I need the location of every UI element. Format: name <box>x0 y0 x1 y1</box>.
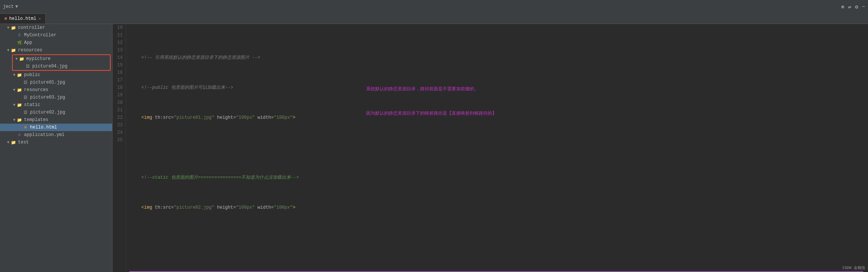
folder-icon: 📁 <box>11 47 17 53</box>
folder-label: controller <box>18 25 45 30</box>
file-label: App <box>24 40 32 45</box>
minus-icon[interactable]: − <box>862 4 865 10</box>
file-tree: ▼ 📁 controller C MyController 🌿 App ▼ 📁 … <box>0 24 113 272</box>
spring-icon: 🌿 <box>17 40 23 46</box>
code-line-13 <box>131 144 863 151</box>
code-line-14: <!--static 包里面的图片================不知道为什么没… <box>131 174 863 181</box>
sidebar-item-public[interactable]: ▼ 📁 public <box>0 71 112 79</box>
sidebar-item-picture01[interactable]: 🖼 picture01.jpg <box>0 79 112 86</box>
file-label: hello.html <box>30 125 57 130</box>
folder-label: mypicture <box>26 56 51 61</box>
line-numbers: 10 11 12 13 14 15 16 17 18 19 20 21 22 2… <box>113 24 126 272</box>
project-name: ject <box>3 4 14 9</box>
arrow-icon: ▼ <box>6 140 11 145</box>
folder-icon: 📁 <box>17 102 23 108</box>
annotation-purple-line2: 因为默认的静态资源目录下的映射路径是【直接映射到根路径的】 <box>366 109 497 118</box>
file-label: MyController <box>24 33 56 38</box>
main-layout: ▼ 📁 controller C MyController 🌿 App ▼ 📁 … <box>0 24 868 272</box>
file-label: picture01.jpg <box>30 80 65 85</box>
folder-label: resources <box>24 87 48 93</box>
dropdown-arrow[interactable]: ▼ <box>15 4 18 9</box>
arrow-icon: ▼ <box>12 118 17 122</box>
sidebar-item-applicationyml[interactable]: ⚙ application.yml <box>0 131 112 139</box>
folder-label: resources <box>18 48 42 53</box>
file-label: picture03.jpg <box>30 95 65 100</box>
editor-content: 10 11 12 13 14 15 16 17 18 19 20 21 22 2… <box>113 24 868 272</box>
image-icon: 🖼 <box>23 109 29 115</box>
arrow-icon: ▼ <box>6 48 11 52</box>
sidebar-item-resources2[interactable]: ▼ 📁 resources <box>0 86 112 94</box>
annotation-purple-text: 系统默认的静态资源目录，路径前面是不需要加前缀的。 因为默认的静态资源目录下的映… <box>366 69 497 134</box>
code-line-11: <!--public 包里面的图片可以加载出来--> <box>131 84 863 91</box>
code-line-16 <box>131 234 863 241</box>
folder-icon: 📁 <box>11 25 17 31</box>
folder-icon: 📁 <box>17 117 23 123</box>
top-bar-icons: ⊕ ⇌ ⚙ − <box>841 4 865 10</box>
yaml-icon: ⚙ <box>17 132 23 138</box>
tab-bar: H hello.html ✕ <box>0 13 868 24</box>
sidebar-item-templates[interactable]: ▼ 📁 templates <box>0 116 112 124</box>
sidebar-item-static[interactable]: ▼ 📁 static <box>0 101 112 109</box>
html-file-icon: H <box>5 16 7 21</box>
sidebar-item-hello-html[interactable]: H hello.html <box>0 124 112 131</box>
arrow-icon: ▼ <box>14 57 19 61</box>
arrow-icon: ▼ <box>6 26 11 30</box>
folder-label: templates <box>24 117 48 123</box>
code-line-10: <!-- 引用系统默认的静态资源目录下的静态资源图片 --> <box>131 54 863 61</box>
mypicture-highlight-box: ▼ 📁 mypicture 🖼 picture04.jpg <box>12 54 111 71</box>
sidebar-item-resources[interactable]: ▼ 📁 resources <box>0 46 112 54</box>
arrow-icon: ▼ <box>12 103 17 107</box>
file-label: application.yml <box>24 132 65 137</box>
java-icon: C <box>17 32 23 38</box>
folder-icon: 📁 <box>11 139 17 145</box>
code-area[interactable]: <!-- 引用系统默认的静态资源目录下的静态资源图片 --> <!--publi… <box>126 24 868 272</box>
gear-icon[interactable]: ⚙ <box>855 4 858 10</box>
code-line-15: <img th:src="picture02.jpg" height="100p… <box>131 204 863 211</box>
sidebar-item-picture03[interactable]: 🖼 picture03.jpg <box>0 94 112 101</box>
tab-label: hello.html <box>9 16 36 21</box>
sidebar-item-mypicture[interactable]: ▼ 📁 mypicture <box>13 55 110 63</box>
top-bar: ject ▼ ⊕ ⇌ ⚙ − <box>0 0 868 13</box>
watermark: CSDN 金额指 <box>842 265 865 271</box>
image-icon: 🖼 <box>23 94 29 100</box>
tab-hello-html[interactable]: H hello.html ✕ <box>0 13 46 24</box>
file-label: picture04.jpg <box>32 64 68 69</box>
image-icon: 🖼 <box>23 79 29 85</box>
sidebar-item-controller[interactable]: ▼ 📁 controller <box>0 24 112 31</box>
folder-label: test <box>18 140 29 145</box>
sidebar-item-mycontroller[interactable]: C MyController <box>0 31 112 39</box>
image-icon: 🖼 <box>25 63 31 69</box>
globe-icon[interactable]: ⊕ <box>841 4 844 10</box>
sidebar-item-app[interactable]: 🌿 App <box>0 39 112 46</box>
project-label: ject ▼ <box>3 4 18 9</box>
folder-icon: 📁 <box>19 56 25 62</box>
html-file-icon: H <box>23 124 29 130</box>
folder-label: static <box>24 102 40 108</box>
arrows-icon[interactable]: ⇌ <box>848 4 851 10</box>
tab-close-button[interactable]: ✕ <box>39 16 41 21</box>
editor: 10 11 12 13 14 15 16 17 18 19 20 21 22 2… <box>113 24 868 272</box>
sidebar-item-picture02[interactable]: 🖼 picture02.jpg <box>0 109 112 116</box>
arrow-icon: ▼ <box>12 73 17 77</box>
folder-icon: 📁 <box>17 72 23 78</box>
folder-icon: 📁 <box>17 87 23 93</box>
folder-label: public <box>24 72 40 78</box>
sidebar-item-picture04[interactable]: 🖼 picture04.jpg <box>13 63 110 70</box>
code-line-12: <img th:src="picture01.jpg" height="100p… <box>131 114 863 121</box>
file-label: picture02.jpg <box>30 110 65 115</box>
sidebar-item-test[interactable]: ▼ 📁 test <box>0 139 112 146</box>
arrow-icon: ▼ <box>12 88 17 92</box>
annotation-purple-line1: 系统默认的静态资源目录，路径前面是不需要加前缀的。 <box>366 85 497 93</box>
